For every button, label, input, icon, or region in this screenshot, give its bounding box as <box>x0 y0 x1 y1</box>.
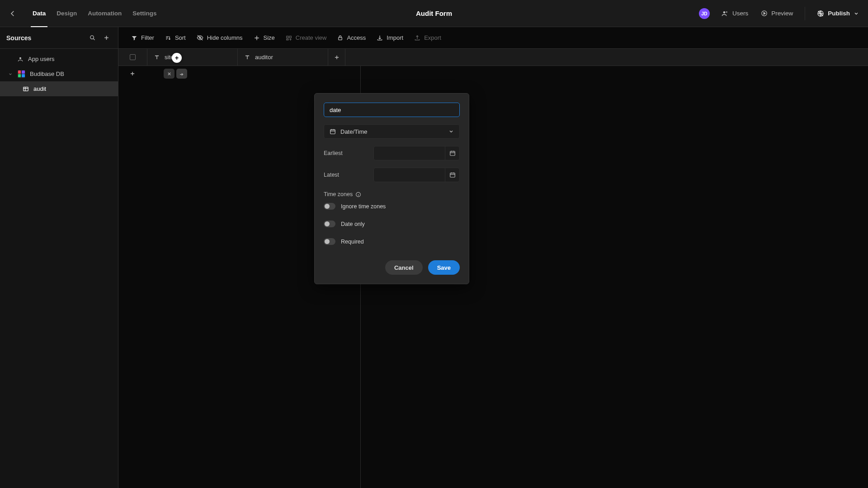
calendar-icon <box>330 128 336 135</box>
export-icon <box>414 35 420 41</box>
size-button[interactable]: Size <box>249 32 279 44</box>
svg-rect-9 <box>289 36 291 38</box>
timezones-section-label: Time zones <box>324 191 353 197</box>
create-view-label: Create view <box>296 34 327 41</box>
users-icon <box>722 10 729 17</box>
sort-label: Sort <box>175 34 186 41</box>
nav-tab-automation[interactable]: Automation <box>82 0 127 27</box>
access-button[interactable]: Access <box>333 32 370 44</box>
sidebar-item-label: App users <box>28 56 55 62</box>
nav-tab-settings[interactable]: Settings <box>127 0 162 27</box>
add-row-button[interactable] <box>129 70 137 77</box>
filter-icon <box>131 35 137 41</box>
eye-off-icon <box>197 34 203 41</box>
floating-add-button[interactable]: + <box>172 53 182 63</box>
column-type-label: Date/Time <box>340 128 367 135</box>
chevron-down-icon <box>8 72 13 76</box>
ignore-timezones-toggle[interactable] <box>324 203 335 210</box>
publish-button[interactable]: Publish <box>816 7 860 20</box>
svg-rect-10 <box>287 39 288 40</box>
nav-tab-design[interactable]: Design <box>51 0 82 27</box>
preview-label: Preview <box>771 10 793 17</box>
calendar-picker-button[interactable] <box>445 146 459 160</box>
column-name-input[interactable] <box>324 103 460 117</box>
add-column-popover: Date/Time Earliest Latest <box>314 93 469 284</box>
hide-columns-label: Hide columns <box>207 34 243 41</box>
export-button[interactable]: Export <box>410 32 446 44</box>
svg-rect-14 <box>450 173 455 177</box>
chevron-down-icon <box>854 11 859 16</box>
view-icon <box>286 35 292 41</box>
cancel-button[interactable]: Cancel <box>385 260 423 275</box>
sort-button[interactable]: Sort <box>160 32 190 44</box>
user-icon <box>17 56 24 62</box>
sidebar-item-budibase-db[interactable]: Budibase DB <box>0 66 118 81</box>
cancel-row-button[interactable] <box>164 69 175 79</box>
latest-label: Latest <box>324 172 368 178</box>
column-header-auditor[interactable]: auditor <box>238 49 328 66</box>
svg-point-5 <box>19 57 21 59</box>
sidebar-item-app-users[interactable]: App users <box>0 52 118 66</box>
required-toggle[interactable] <box>324 238 335 245</box>
latest-input[interactable] <box>373 168 460 182</box>
sidebar-item-label: Budibase DB <box>30 70 64 77</box>
users-button[interactable]: Users <box>721 7 749 20</box>
users-label: Users <box>732 10 748 17</box>
filter-button[interactable]: Filter <box>127 32 159 44</box>
table-icon <box>23 86 29 92</box>
column-label: auditor <box>255 54 273 61</box>
text-icon <box>154 54 160 61</box>
earliest-input[interactable] <box>373 146 460 160</box>
divider <box>805 7 805 20</box>
svg-rect-11 <box>339 38 342 40</box>
budibase-logo-icon <box>17 70 25 78</box>
svg-rect-6 <box>24 87 28 90</box>
create-view-button[interactable]: Create view <box>281 32 331 44</box>
earliest-label: Earliest <box>324 150 368 156</box>
preview-button[interactable]: Preview <box>760 7 794 19</box>
column-type-select[interactable]: Date/Time <box>324 124 460 139</box>
svg-point-0 <box>723 11 726 14</box>
sidebar-item-label: audit <box>33 85 46 92</box>
date-only-toggle[interactable] <box>324 221 335 227</box>
search-button[interactable] <box>87 33 98 43</box>
ignore-timezones-label: Ignore time zones <box>341 203 386 210</box>
access-label: Access <box>347 34 366 41</box>
sidebar-item-audit[interactable]: audit <box>0 81 118 96</box>
avatar[interactable]: JD <box>699 8 710 19</box>
chevron-down-icon <box>448 129 454 134</box>
svg-point-4 <box>90 36 94 39</box>
import-icon <box>377 35 383 41</box>
size-icon <box>254 35 260 41</box>
export-label: Export <box>424 34 441 41</box>
date-only-label: Date only <box>341 221 365 227</box>
globe-off-icon <box>817 10 824 17</box>
add-source-button[interactable] <box>101 33 112 43</box>
page-title: Audit Form <box>416 9 452 17</box>
add-column-button[interactable] <box>328 49 345 66</box>
save-button[interactable]: Save <box>428 260 460 275</box>
play-icon <box>761 10 768 17</box>
nav-tab-data[interactable]: Data <box>27 0 51 27</box>
info-icon[interactable] <box>355 192 361 197</box>
import-button[interactable]: Import <box>372 32 408 44</box>
svg-rect-13 <box>450 151 455 155</box>
sort-icon <box>165 35 171 41</box>
column-header-site[interactable]: site <box>147 49 238 66</box>
hide-columns-button[interactable]: Hide columns <box>192 32 247 44</box>
svg-rect-8 <box>287 36 288 38</box>
text-icon <box>244 54 250 61</box>
confirm-row-button[interactable] <box>176 69 187 79</box>
sidebar-title: Sources <box>6 34 84 42</box>
back-button[interactable] <box>8 9 17 18</box>
import-label: Import <box>387 34 403 41</box>
svg-point-1 <box>726 11 727 13</box>
select-all-checkbox[interactable] <box>118 49 147 66</box>
lock-icon <box>337 35 343 41</box>
required-label: Required <box>341 239 364 245</box>
calendar-picker-button[interactable] <box>445 168 459 182</box>
size-label: Size <box>264 34 275 41</box>
filter-label: Filter <box>141 34 154 41</box>
svg-rect-12 <box>330 130 335 134</box>
publish-label: Publish <box>828 10 850 17</box>
